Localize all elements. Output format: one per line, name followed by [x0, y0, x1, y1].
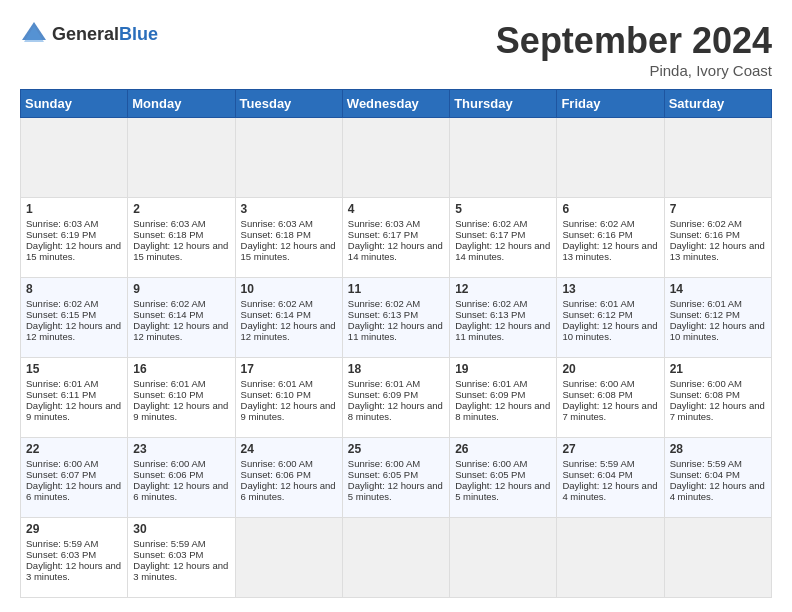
header-day-tuesday: Tuesday [235, 90, 342, 118]
calendar-cell: 11Sunrise: 6:02 AMSunset: 6:13 PMDayligh… [342, 278, 449, 358]
sunset-text: Sunset: 6:09 PM [348, 389, 444, 400]
calendar-cell: 27Sunrise: 5:59 AMSunset: 6:04 PMDayligh… [557, 438, 664, 518]
day-number: 20 [562, 362, 658, 376]
calendar-cell: 4Sunrise: 6:03 AMSunset: 6:17 PMDaylight… [342, 198, 449, 278]
calendar-week-1 [21, 118, 772, 198]
header-day-sunday: Sunday [21, 90, 128, 118]
sunrise-text: Sunrise: 6:01 AM [241, 378, 337, 389]
sunset-text: Sunset: 6:05 PM [455, 469, 551, 480]
daylight-text: Daylight: 12 hours and 9 minutes. [26, 400, 122, 422]
day-number: 18 [348, 362, 444, 376]
calendar-cell: 9Sunrise: 6:02 AMSunset: 6:14 PMDaylight… [128, 278, 235, 358]
daylight-text: Daylight: 12 hours and 12 minutes. [133, 320, 229, 342]
sunset-text: Sunset: 6:14 PM [241, 309, 337, 320]
daylight-text: Daylight: 12 hours and 10 minutes. [670, 320, 766, 342]
sunset-text: Sunset: 6:03 PM [133, 549, 229, 560]
calendar-cell: 23Sunrise: 6:00 AMSunset: 6:06 PMDayligh… [128, 438, 235, 518]
day-number: 14 [670, 282, 766, 296]
day-number: 21 [670, 362, 766, 376]
calendar-cell [235, 118, 342, 198]
day-number: 10 [241, 282, 337, 296]
month-title: September 2024 [496, 20, 772, 62]
logo-icon [20, 20, 48, 48]
calendar-week-2: 1Sunrise: 6:03 AMSunset: 6:19 PMDaylight… [21, 198, 772, 278]
daylight-text: Daylight: 12 hours and 6 minutes. [133, 480, 229, 502]
calendar-week-4: 15Sunrise: 6:01 AMSunset: 6:11 PMDayligh… [21, 358, 772, 438]
day-number: 29 [26, 522, 122, 536]
daylight-text: Daylight: 12 hours and 4 minutes. [670, 480, 766, 502]
calendar-week-5: 22Sunrise: 6:00 AMSunset: 6:07 PMDayligh… [21, 438, 772, 518]
day-number: 19 [455, 362, 551, 376]
sunrise-text: Sunrise: 6:01 AM [26, 378, 122, 389]
sunset-text: Sunset: 6:09 PM [455, 389, 551, 400]
day-number: 3 [241, 202, 337, 216]
sunrise-text: Sunrise: 6:03 AM [26, 218, 122, 229]
daylight-text: Daylight: 12 hours and 14 minutes. [455, 240, 551, 262]
calendar-week-6: 29Sunrise: 5:59 AMSunset: 6:03 PMDayligh… [21, 518, 772, 598]
calendar-cell [557, 518, 664, 598]
sunset-text: Sunset: 6:15 PM [26, 309, 122, 320]
sunrise-text: Sunrise: 6:02 AM [562, 218, 658, 229]
daylight-text: Daylight: 12 hours and 9 minutes. [241, 400, 337, 422]
calendar-cell [342, 518, 449, 598]
calendar-cell: 25Sunrise: 6:00 AMSunset: 6:05 PMDayligh… [342, 438, 449, 518]
day-number: 11 [348, 282, 444, 296]
daylight-text: Daylight: 12 hours and 11 minutes. [455, 320, 551, 342]
calendar-cell: 19Sunrise: 6:01 AMSunset: 6:09 PMDayligh… [450, 358, 557, 438]
sunrise-text: Sunrise: 6:00 AM [133, 458, 229, 469]
daylight-text: Daylight: 12 hours and 3 minutes. [133, 560, 229, 582]
calendar-cell: 20Sunrise: 6:00 AMSunset: 6:08 PMDayligh… [557, 358, 664, 438]
daylight-text: Daylight: 12 hours and 15 minutes. [241, 240, 337, 262]
calendar-cell: 16Sunrise: 6:01 AMSunset: 6:10 PMDayligh… [128, 358, 235, 438]
sunrise-text: Sunrise: 6:02 AM [133, 298, 229, 309]
calendar-week-3: 8Sunrise: 6:02 AMSunset: 6:15 PMDaylight… [21, 278, 772, 358]
sunset-text: Sunset: 6:14 PM [133, 309, 229, 320]
sunrise-text: Sunrise: 6:01 AM [348, 378, 444, 389]
sunset-text: Sunset: 6:17 PM [455, 229, 551, 240]
calendar-cell: 22Sunrise: 6:00 AMSunset: 6:07 PMDayligh… [21, 438, 128, 518]
day-number: 6 [562, 202, 658, 216]
daylight-text: Daylight: 12 hours and 15 minutes. [133, 240, 229, 262]
daylight-text: Daylight: 12 hours and 5 minutes. [348, 480, 444, 502]
calendar-cell: 30Sunrise: 5:59 AMSunset: 6:03 PMDayligh… [128, 518, 235, 598]
sunset-text: Sunset: 6:12 PM [562, 309, 658, 320]
day-number: 16 [133, 362, 229, 376]
sunrise-text: Sunrise: 5:59 AM [670, 458, 766, 469]
daylight-text: Daylight: 12 hours and 13 minutes. [670, 240, 766, 262]
calendar-cell: 12Sunrise: 6:02 AMSunset: 6:13 PMDayligh… [450, 278, 557, 358]
sunrise-text: Sunrise: 6:02 AM [26, 298, 122, 309]
sunrise-text: Sunrise: 5:59 AM [133, 538, 229, 549]
daylight-text: Daylight: 12 hours and 4 minutes. [562, 480, 658, 502]
sunrise-text: Sunrise: 6:03 AM [133, 218, 229, 229]
day-number: 24 [241, 442, 337, 456]
sunrise-text: Sunrise: 6:00 AM [455, 458, 551, 469]
header-day-wednesday: Wednesday [342, 90, 449, 118]
sunset-text: Sunset: 6:11 PM [26, 389, 122, 400]
sunrise-text: Sunrise: 5:59 AM [562, 458, 658, 469]
sunrise-text: Sunrise: 5:59 AM [26, 538, 122, 549]
location: Pinda, Ivory Coast [496, 62, 772, 79]
sunrise-text: Sunrise: 6:00 AM [562, 378, 658, 389]
daylight-text: Daylight: 12 hours and 9 minutes. [133, 400, 229, 422]
day-number: 1 [26, 202, 122, 216]
header-day-thursday: Thursday [450, 90, 557, 118]
calendar-table: SundayMondayTuesdayWednesdayThursdayFrid… [20, 89, 772, 598]
daylight-text: Daylight: 12 hours and 11 minutes. [348, 320, 444, 342]
sunrise-text: Sunrise: 6:02 AM [241, 298, 337, 309]
daylight-text: Daylight: 12 hours and 6 minutes. [241, 480, 337, 502]
sunset-text: Sunset: 6:18 PM [241, 229, 337, 240]
page-header: GeneralBlue September 2024 Pinda, Ivory … [20, 20, 772, 79]
day-number: 4 [348, 202, 444, 216]
sunset-text: Sunset: 6:06 PM [241, 469, 337, 480]
sunrise-text: Sunrise: 6:03 AM [241, 218, 337, 229]
sunset-text: Sunset: 6:04 PM [562, 469, 658, 480]
calendar-cell: 3Sunrise: 6:03 AMSunset: 6:18 PMDaylight… [235, 198, 342, 278]
daylight-text: Daylight: 12 hours and 7 minutes. [562, 400, 658, 422]
calendar-cell [235, 518, 342, 598]
calendar-cell [342, 118, 449, 198]
title-area: September 2024 Pinda, Ivory Coast [496, 20, 772, 79]
calendar-cell: 18Sunrise: 6:01 AMSunset: 6:09 PMDayligh… [342, 358, 449, 438]
sunset-text: Sunset: 6:13 PM [348, 309, 444, 320]
sunset-text: Sunset: 6:10 PM [241, 389, 337, 400]
daylight-text: Daylight: 12 hours and 13 minutes. [562, 240, 658, 262]
